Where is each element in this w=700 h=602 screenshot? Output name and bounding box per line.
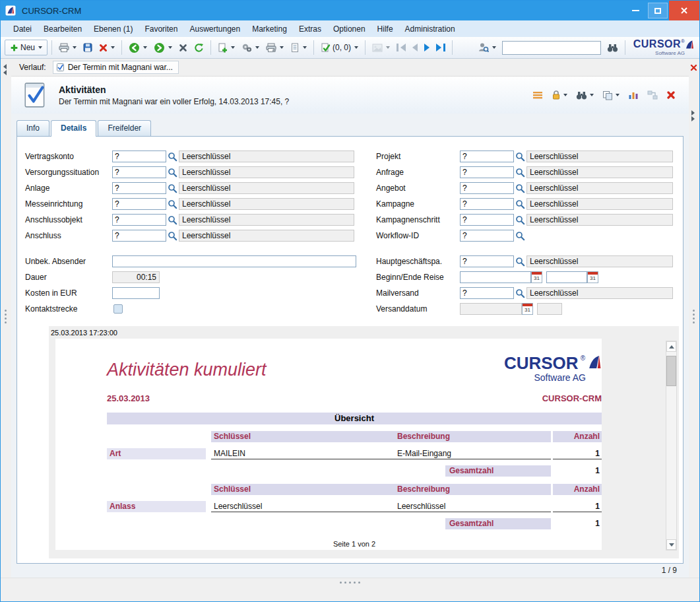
menu-item-auswertungen[interactable]: Auswertungen [183, 22, 246, 36]
lookup-search-icon[interactable] [167, 199, 178, 209]
menu-item-optionen[interactable]: Optionen [327, 22, 371, 36]
text-input[interactable] [112, 255, 356, 267]
lookup-search-icon[interactable] [167, 168, 178, 178]
record-header: Aktivitäten Der Termin mit Magnani war e… [11, 77, 689, 114]
close-button[interactable] [669, 1, 699, 20]
lookup-search-icon[interactable] [515, 199, 526, 209]
key-input[interactable] [460, 166, 514, 178]
lookup-search-icon[interactable] [515, 152, 526, 162]
workflow-button[interactable] [647, 90, 658, 100]
right-panel-splitter[interactable] [689, 59, 699, 578]
copy-record-button[interactable] [602, 90, 620, 100]
nav-first-button[interactable] [394, 40, 408, 55]
key-input[interactable] [460, 255, 514, 267]
key-input[interactable] [112, 166, 166, 178]
collapse-right-panel-handle[interactable] [691, 110, 695, 121]
text-input[interactable] [112, 287, 160, 299]
lookup-search-icon[interactable] [515, 168, 526, 178]
form-row-right-0: ProjektLeerschlüssel [376, 149, 673, 164]
lookup-search-icon[interactable] [167, 215, 178, 225]
image-button[interactable] [369, 40, 393, 55]
menu-item-extras[interactable]: Extras [293, 22, 327, 36]
key-input[interactable] [460, 214, 514, 226]
left-splitter-grip[interactable] [5, 310, 7, 323]
scrollbar-thumb[interactable] [666, 356, 676, 386]
menu-item-administration[interactable]: Administration [399, 22, 461, 36]
key-input[interactable] [460, 230, 514, 242]
mass-print-button[interactable] [263, 40, 286, 55]
close-record-button[interactable] [666, 90, 676, 100]
close-history-button[interactable] [690, 64, 697, 73]
lookup-search-icon[interactable] [515, 257, 526, 267]
key-input[interactable] [460, 287, 514, 299]
forward-button[interactable] [151, 40, 175, 55]
tab-info[interactable]: Info [16, 120, 49, 136]
bottom-splitter-grip[interactable] [1, 578, 699, 587]
scroll-up-button[interactable] [666, 341, 676, 352]
menu-item-datei[interactable]: Datei [7, 22, 38, 36]
list-view-button[interactable] [532, 90, 543, 100]
menu-item-bearbeiten[interactable]: Bearbeiten [38, 22, 88, 36]
left-panel-splitter[interactable] [1, 59, 11, 578]
key-input[interactable] [460, 150, 514, 162]
history-item[interactable]: Der Termin mit Magnani war... [53, 61, 179, 74]
new-button[interactable]: Neu [5, 40, 48, 55]
tab-details[interactable]: Details [51, 120, 96, 137]
serial-letter-button[interactable] [288, 40, 309, 55]
key-input[interactable] [112, 182, 166, 194]
calendar-day-label: 31 [532, 275, 542, 283]
lookup-search-icon[interactable] [167, 184, 178, 193]
settings-button[interactable] [239, 40, 262, 55]
key-input[interactable] [112, 198, 166, 210]
back-button[interactable] [126, 40, 150, 55]
scrollbar-track[interactable] [666, 352, 676, 539]
lookup-search-icon[interactable] [515, 184, 526, 193]
date-input-end[interactable] [546, 271, 587, 283]
find-button[interactable] [604, 40, 621, 55]
search-record-button[interactable] [576, 91, 594, 100]
nav-last-button[interactable] [433, 40, 448, 55]
key-input[interactable] [112, 230, 166, 242]
save-button[interactable] [80, 40, 95, 55]
date-input-start[interactable] [460, 271, 531, 283]
key-input[interactable] [112, 150, 166, 162]
menu-item-ebenen-1-[interactable]: Ebenen (1) [88, 22, 139, 36]
checkbox[interactable] [113, 304, 123, 314]
cancel-button[interactable] [176, 40, 190, 55]
collapse-left-panel-handle[interactable] [3, 64, 7, 75]
tab-freifelder[interactable]: Freifelder [98, 120, 151, 136]
nav-previous-icon [412, 44, 418, 51]
menu-item-marketing[interactable]: Marketing [246, 22, 293, 36]
report-total-row: Gesamtzahl1 [107, 465, 602, 477]
scroll-down-button[interactable] [666, 539, 676, 550]
toolbar-search-input[interactable] [502, 41, 601, 55]
refresh-button[interactable] [191, 40, 207, 55]
calendar-button[interactable]: 31 [522, 303, 533, 315]
menu-item-favoriten[interactable]: Favoriten [139, 22, 183, 36]
lock-button[interactable] [552, 90, 567, 100]
lookup-search-icon[interactable] [515, 215, 526, 225]
maximize-button[interactable] [648, 3, 668, 18]
calendar-button[interactable]: 31 [587, 271, 598, 283]
nav-previous-button[interactable] [410, 40, 420, 55]
nav-next-button[interactable] [422, 40, 432, 55]
selection-count-button[interactable]: (0, 0) [318, 40, 361, 55]
minimize-button[interactable] [624, 1, 647, 20]
title-bar: CURSOR-CRM [1, 1, 699, 20]
lookup-search-icon[interactable] [167, 152, 178, 162]
chart-button[interactable] [628, 90, 639, 100]
key-input[interactable] [460, 198, 514, 210]
key-input[interactable] [460, 182, 514, 194]
delete-button[interactable] [96, 40, 117, 55]
lookup-search-icon[interactable] [515, 231, 526, 241]
calendar-button[interactable]: 31 [531, 271, 542, 283]
key-input[interactable] [112, 214, 166, 226]
print-button[interactable] [56, 40, 79, 55]
person-search-button[interactable] [475, 40, 499, 55]
right-splitter-grip[interactable] [693, 310, 695, 323]
menu-item-hilfe[interactable]: Hilfe [371, 22, 399, 36]
report-scrollbar[interactable] [666, 341, 677, 551]
new-record-button[interactable] [215, 40, 238, 55]
lookup-search-icon[interactable] [167, 231, 178, 241]
lookup-search-icon[interactable] [515, 288, 526, 298]
